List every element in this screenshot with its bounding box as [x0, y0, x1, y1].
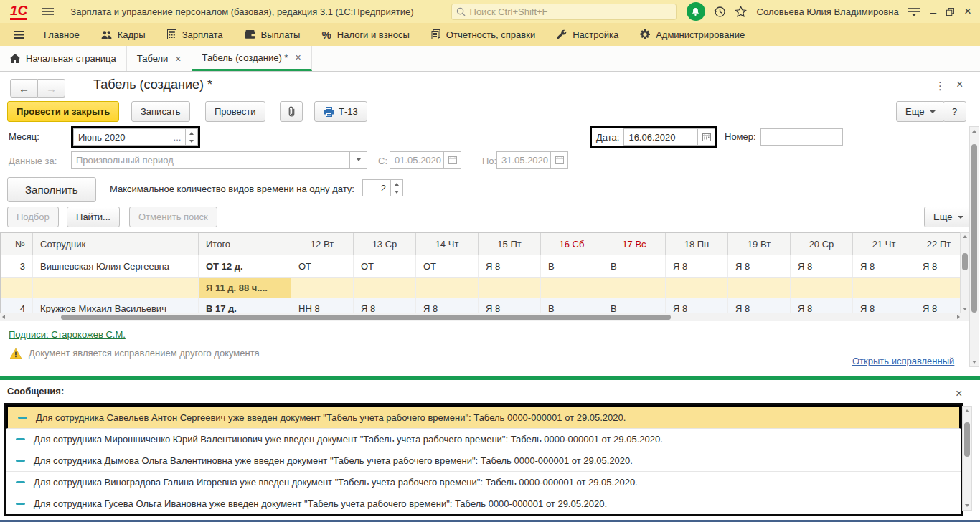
messages-close-icon[interactable]: ×	[956, 387, 962, 400]
cell[interactable]: 4	[1, 298, 33, 314]
message-row[interactable]: Для сотрудника Гусева Ольга Ивановна уже…	[6, 493, 961, 514]
cell[interactable]: НН 8	[291, 298, 354, 314]
tab-home[interactable]: Начальная страница	[0, 46, 127, 71]
cell[interactable]: ОТ	[416, 255, 479, 277]
cell[interactable]: 3	[1, 255, 33, 277]
service-menu-icon[interactable]	[908, 7, 920, 16]
menu-item-nastroyka[interactable]: Настройка	[557, 29, 618, 40]
main-menu-icon[interactable]	[42, 7, 55, 16]
cell[interactable]: В 17 д.	[199, 298, 291, 314]
cell[interactable]	[603, 278, 666, 298]
message-row[interactable]: Для сотрудника Савельев Антон Сергеевич …	[6, 405, 961, 429]
column-header-4[interactable]: 13 Ср	[354, 233, 416, 255]
print-t13-button[interactable]: Т-13	[314, 101, 367, 122]
month-ellipsis-button[interactable]: ...	[169, 128, 186, 146]
cell[interactable]: Я 8	[915, 255, 961, 277]
column-header-9[interactable]: 18 Пн	[666, 233, 728, 255]
cancel-search-button[interactable]: Отменить поиск	[129, 207, 217, 227]
table-vertical-scrollbar[interactable]	[960, 232, 970, 313]
post-button[interactable]: Провести	[205, 101, 265, 122]
cell[interactable]: В	[603, 255, 666, 277]
message-row[interactable]: Для сотрудника Мирошниченко Юрий Валенти…	[6, 429, 961, 450]
column-header-3[interactable]: 12 Вт	[291, 233, 354, 255]
help-button[interactable]: ?	[943, 101, 966, 122]
attachments-button[interactable]	[280, 101, 303, 122]
minimize-button[interactable]: –	[930, 6, 936, 18]
menu-item-kadry[interactable]: Кадры	[101, 29, 146, 40]
cell[interactable]: ОТ	[291, 255, 354, 277]
cell[interactable]	[1, 278, 33, 298]
cell[interactable]	[666, 278, 728, 298]
form-vertical-scrollbar[interactable]	[969, 126, 979, 367]
message-row[interactable]: Для сотрудника Виноградова Галина Игорев…	[6, 472, 961, 493]
cell[interactable]: Я 8	[479, 255, 541, 277]
restore-button[interactable]	[946, 8, 954, 16]
menu-item-otchetnost-spravki[interactable]: Отчетность, справки	[431, 29, 535, 40]
menu-item-glavnoe[interactable]: Главное	[44, 29, 80, 40]
tab-tabel-create[interactable]: Табель (создание) *×	[192, 46, 312, 71]
cell[interactable]: Я 8	[354, 298, 416, 314]
tab-close-icon[interactable]: ×	[295, 52, 301, 63]
table-horizontal-scrollbar[interactable]	[0, 313, 970, 321]
column-header-2[interactable]: Итого	[199, 233, 291, 255]
cell[interactable]	[791, 278, 853, 298]
more-button-table[interactable]: Еще	[924, 207, 973, 227]
cell[interactable]: Я 11 д. 88 ч....	[199, 278, 291, 298]
sections-panel-icon[interactable]	[13, 30, 25, 39]
cell[interactable]	[479, 278, 541, 298]
column-header-10[interactable]: 19 Вт	[728, 233, 791, 255]
column-header-8[interactable]: 17 Вс	[603, 233, 666, 255]
cell[interactable]: Я 8	[728, 255, 791, 277]
cell[interactable]: Я 8	[791, 298, 853, 314]
column-header-5[interactable]: 14 Чт	[416, 233, 479, 255]
signatures-link[interactable]: Подписи: Старокожев С.М.	[9, 329, 126, 340]
from-date-field[interactable]: 01.05.2020	[390, 151, 461, 169]
cell[interactable]	[728, 278, 791, 298]
cell[interactable]: ОТ 12 д.	[199, 255, 291, 277]
cell[interactable]: Я 8	[728, 298, 791, 314]
save-button[interactable]: Записать	[131, 101, 190, 122]
menu-item-vyplaty[interactable]: Выплаты	[245, 29, 301, 40]
post-and-close-button[interactable]: Провести и закрыть	[7, 101, 119, 122]
notifications-icon[interactable]	[687, 2, 705, 21]
column-header-12[interactable]: 21 Чт	[853, 233, 915, 255]
global-search-input[interactable]: Поиск Ctrl+Shift+F	[451, 4, 677, 20]
period-select[interactable]: Произвольный период	[71, 151, 367, 169]
number-input[interactable]	[760, 128, 843, 146]
from-calendar-icon[interactable]	[444, 151, 461, 169]
table-row[interactable]: 4Кружков Михаил ВасильевичВ 17 д.НН 8Я 8…	[1, 298, 961, 314]
timesheet-table[interactable]: №СотрудникИтого12 Вт13 Ср14 Чт15 Пт16 Сб…	[0, 232, 961, 314]
cell[interactable]: В	[603, 298, 666, 314]
tab-tabeli[interactable]: Табели×	[127, 46, 192, 71]
cell[interactable]: Я 8	[791, 255, 853, 277]
column-header-0[interactable]: №	[1, 233, 33, 255]
message-row[interactable]: Для сотрудника Дымова Ольга Валентиновна…	[6, 450, 961, 472]
find-button[interactable]: Найти...	[67, 207, 120, 227]
cell[interactable]: В	[541, 255, 603, 277]
cell[interactable]: Я 8	[416, 298, 479, 314]
cell[interactable]	[541, 278, 603, 298]
column-header-11[interactable]: 20 Ср	[791, 233, 853, 255]
more-button-toolbar[interactable]: Еще	[896, 101, 945, 122]
date-input[interactable]: 16.06.2020	[623, 128, 698, 146]
cell[interactable]	[853, 278, 915, 298]
to-date-field[interactable]: 31.05.2020	[496, 151, 568, 169]
cell[interactable]: Я 8	[666, 298, 728, 314]
fill-button[interactable]: Заполнить	[7, 177, 96, 202]
messages-scrollbar[interactable]	[962, 406, 972, 511]
cell[interactable]	[291, 278, 354, 298]
favorites-icon[interactable]	[735, 6, 747, 17]
cell[interactable]: Я 8	[479, 298, 541, 314]
month-input[interactable]: Июнь 2020	[73, 128, 169, 146]
menu-item-administrirovanie[interactable]: Администрирование	[640, 29, 745, 40]
menu-item-nalogi-i-vznosy[interactable]: %Налоги и взносы	[321, 29, 409, 41]
nav-forward-button[interactable]: →	[38, 79, 65, 98]
tab-close-icon[interactable]: ×	[175, 53, 181, 65]
column-header-13[interactable]: 22 Пт	[915, 233, 961, 255]
cell[interactable]	[416, 278, 479, 298]
current-user[interactable]: Соловьева Юлия Владимировна	[757, 6, 899, 17]
column-header-6[interactable]: 15 Пт	[479, 233, 541, 255]
cell[interactable]: Я 8	[853, 298, 915, 314]
cell[interactable]: Я 8	[915, 298, 961, 314]
column-header-1[interactable]: Сотрудник	[33, 233, 199, 255]
